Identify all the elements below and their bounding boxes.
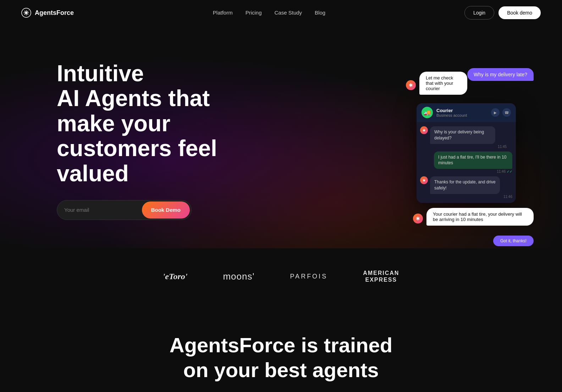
courier-name: Courier [436, 108, 467, 113]
logo[interactable]: AgentsForce [21, 8, 74, 18]
bottom-section: AgentsForce is trained on your best agen… [0, 304, 562, 392]
msg-avatar-3: ✱ [420, 176, 428, 184]
logo-parfois: PARFOIS [290, 273, 327, 280]
chat-bubble-flat-tire: Your courier had a flat tire, your deliv… [426, 208, 534, 226]
msg-time-1: 11:45 [430, 145, 507, 149]
nav-blog[interactable]: Blog [315, 10, 325, 16]
svg-point-1 [25, 12, 27, 14]
nav-links: Platform Pricing Case Study Blog [213, 10, 325, 16]
login-button[interactable]: Login [464, 6, 494, 20]
email-input[interactable] [57, 207, 140, 213]
book-demo-nav-button[interactable]: Book demo [498, 6, 541, 19]
msg-1: Why is your delivery being delayed? [430, 126, 495, 144]
nav-pricing[interactable]: Pricing [246, 10, 262, 16]
nav-platform[interactable]: Platform [213, 10, 233, 16]
nav-actions: Login Book demo [464, 6, 541, 20]
logo-text: AgentsForce [35, 9, 74, 17]
chat-bubble-delivery-question: Why is my delivery late? [467, 68, 534, 81]
chat-bubble-got-it: Got it, thanks! [493, 236, 534, 246]
nav-case-study[interactable]: Case Study [275, 10, 302, 16]
chat-messages: ✱ Why is your delivery being delayed? 11… [417, 122, 516, 203]
hero-content: Intuitive AI Agents that make your custo… [57, 47, 217, 220]
msg-time-3: 11:46 [430, 195, 512, 199]
msg-avatar-1: ✱ [420, 126, 428, 134]
agent-avatar: ✱ [406, 80, 416, 90]
email-form: Book Demo [57, 200, 192, 220]
hero-title: Intuitive AI Agents that make your custo… [57, 61, 217, 186]
logo-moons: moons' [223, 271, 254, 282]
hero-section: Intuitive AI Agents that make your custo… [0, 26, 562, 248]
agent-avatar-2: ✱ [413, 214, 423, 223]
logos-section: 'eToro' moons' PARFOIS AMERICANEXPRESS [0, 248, 562, 304]
logo-icon [21, 8, 31, 18]
msg-2: I just had a flat tire, I'll be there in… [434, 151, 512, 169]
book-demo-hero-button[interactable]: Book Demo [142, 201, 190, 219]
msg-row-1: ✱ Why is your delivery being delayed? 11… [420, 126, 512, 149]
msg-3: Thanks for the update, and drive safely! [430, 176, 500, 194]
msg-time-2: 11:46 ✓✓ [497, 170, 512, 173]
phone-actions: ▶ ☎ [491, 108, 511, 117]
chat-widget: Why is my delivery late? ✱ Let me check … [406, 68, 534, 246]
courier-sub: Business account [436, 113, 467, 117]
navbar: AgentsForce Platform Pricing Case Study … [0, 0, 562, 26]
courier-avatar: 🚚 [422, 107, 433, 118]
logo-amex: AMERICANEXPRESS [363, 270, 399, 283]
video-icon: ▶ [491, 108, 500, 117]
phone-chat-card: 🚚 Courier Business account ▶ ☎ ✱ Why is … [417, 103, 516, 203]
bottom-title: AgentsForce is trained on your best agen… [43, 333, 519, 382]
msg-row-3: ✱ Thanks for the update, and drive safel… [420, 176, 512, 199]
logo-etoro: 'eToro' [163, 272, 188, 281]
chat-bubble-check-courier: Let me check that with your courier [419, 72, 467, 95]
call-icon: ☎ [502, 108, 511, 117]
phone-chat-header: 🚚 Courier Business account ▶ ☎ [417, 103, 516, 122]
